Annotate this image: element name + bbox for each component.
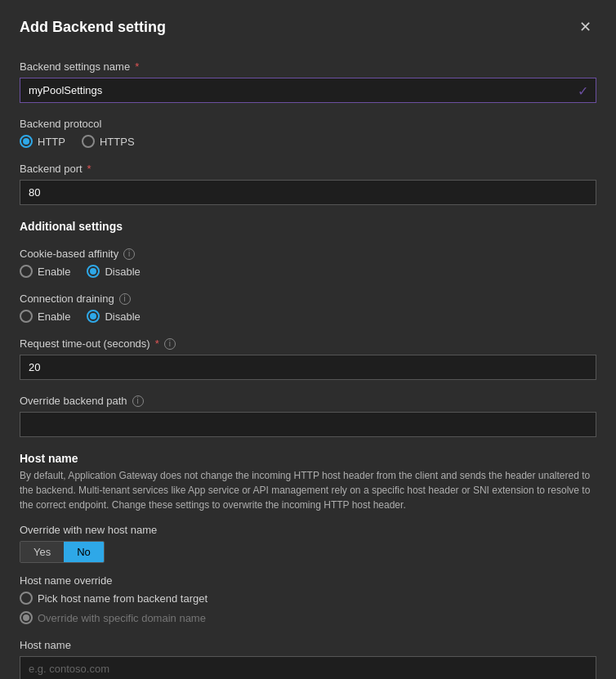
override-domain-radio-label: Override with specific domain name [38, 612, 206, 624]
host-name-field-label: Host name [20, 639, 596, 651]
draining-disable-label: Disable [105, 310, 140, 323]
host-name-field-input[interactable] [20, 656, 596, 679]
override-backend-path-info-icon[interactable]: i [132, 395, 144, 407]
dialog-header: Add Backend setting ✕ [20, 16, 596, 38]
connection-draining-disable[interactable]: Disable [87, 310, 140, 323]
draining-enable-radio-circle [20, 310, 33, 323]
cookie-disable-radio-circle [87, 265, 100, 278]
host-name-override-label: Host name override [20, 574, 596, 587]
override-no-button[interactable]: No [64, 542, 104, 562]
backend-protocol-http[interactable]: HTTP [20, 135, 65, 148]
draining-disable-radio-circle [87, 310, 100, 323]
additional-settings-title: Additional settings [20, 220, 596, 233]
http-radio-circle [20, 135, 33, 148]
close-button[interactable]: ✕ [574, 16, 596, 38]
connection-draining-enable[interactable]: Enable [20, 310, 70, 323]
override-backend-path-input[interactable] [20, 412, 596, 437]
add-backend-setting-dialog: Add Backend setting ✕ Backend settings n… [0, 0, 616, 679]
backend-port-group: Backend port * [20, 163, 596, 205]
override-backend-path-group: Override backend path i [20, 395, 596, 437]
draining-enable-label: Enable [38, 310, 70, 323]
host-name-override-options: Pick host name from backend target Overr… [20, 592, 596, 624]
host-name-section-title: Host name [20, 452, 596, 465]
dialog-title: Add Backend setting [20, 19, 166, 36]
check-icon: ✓ [578, 83, 588, 98]
request-timeout-label: Request time-out (seconds) * i [20, 337, 596, 350]
override-domain-radio-circle [20, 611, 33, 624]
connection-draining-info-icon[interactable]: i [119, 293, 131, 305]
host-name-description: By default, Application Gateway does not… [20, 468, 596, 512]
override-yes-button[interactable]: Yes [20, 542, 64, 562]
http-radio-label: HTTP [38, 136, 65, 148]
pick-backend-radio-label: Pick host name from backend target [38, 592, 208, 605]
cookie-affinity-enable[interactable]: Enable [20, 265, 70, 278]
host-name-section: Host name By default, Application Gatewa… [20, 452, 596, 679]
override-specific-domain-option[interactable]: Override with specific domain name [20, 611, 596, 624]
connection-draining-label: Connection draining i [20, 293, 596, 305]
host-name-field-group: Host name [20, 639, 596, 679]
backend-settings-name-group: Backend settings name * ✓ [20, 60, 596, 103]
request-timeout-info-icon[interactable]: i [164, 338, 176, 350]
cookie-based-affinity-group: Cookie-based affinity i Enable Disable [20, 248, 596, 278]
backend-port-required-star: * [87, 163, 92, 175]
request-timeout-input[interactable] [20, 355, 596, 380]
request-timeout-required-star: * [155, 337, 159, 350]
backend-settings-name-input-wrapper: ✓ [20, 78, 596, 103]
connection-draining-radio-group: Enable Disable [20, 310, 596, 323]
override-new-host-name-label: Override with new host name [20, 524, 596, 536]
backend-protocol-group: Backend protocol HTTP HTTPS [20, 118, 596, 148]
backend-protocol-radio-group: HTTP HTTPS [20, 135, 596, 148]
backend-settings-name-input[interactable] [20, 78, 596, 103]
cookie-affinity-label: Cookie-based affinity i [20, 248, 596, 260]
cookie-affinity-info-icon[interactable]: i [123, 248, 135, 260]
override-host-name-toggle: Yes No [20, 541, 105, 563]
additional-settings-section: Additional settings [20, 220, 596, 233]
pick-backend-radio-circle [20, 592, 33, 605]
backend-port-input[interactable] [20, 180, 596, 205]
override-backend-path-label: Override backend path i [20, 395, 596, 407]
cookie-enable-label: Enable [38, 266, 70, 278]
backend-protocol-label: Backend protocol [20, 118, 596, 130]
host-name-override-group: Host name override Pick host name from b… [20, 574, 596, 624]
override-new-host-name-group: Override with new host name Yes No [20, 524, 596, 563]
connection-draining-group: Connection draining i Enable Disable [20, 293, 596, 323]
https-radio-label: HTTPS [100, 136, 135, 148]
backend-settings-name-label: Backend settings name * [20, 60, 596, 73]
cookie-enable-radio-circle [20, 265, 33, 278]
https-radio-circle [82, 135, 95, 148]
backend-protocol-https[interactable]: HTTPS [82, 135, 135, 148]
request-timeout-group: Request time-out (seconds) * i [20, 337, 596, 380]
cookie-disable-label: Disable [105, 266, 140, 278]
cookie-affinity-radio-group: Enable Disable [20, 265, 596, 278]
pick-from-backend-option[interactable]: Pick host name from backend target [20, 592, 596, 605]
cookie-affinity-disable[interactable]: Disable [87, 265, 140, 278]
backend-port-label: Backend port * [20, 163, 596, 175]
required-star: * [135, 60, 139, 73]
